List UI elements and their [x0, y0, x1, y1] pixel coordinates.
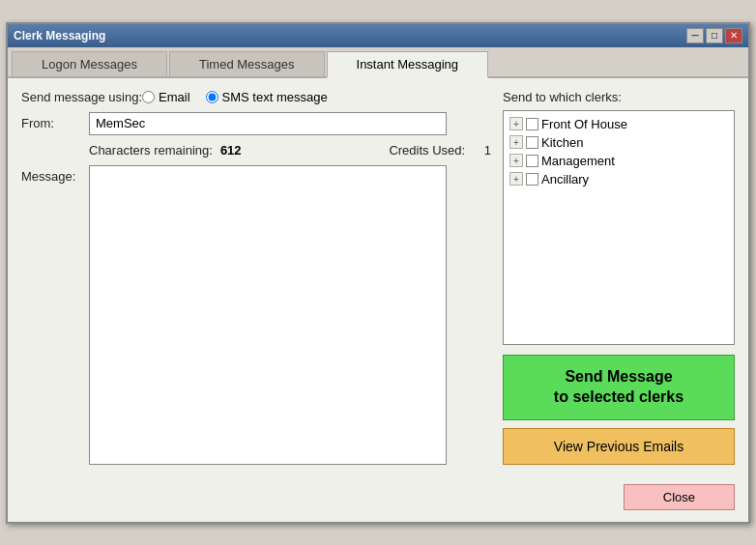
email-radio[interactable]	[142, 91, 155, 103]
tree-expander-kitchen[interactable]: +	[509, 135, 523, 149]
tree-label-ancillary: Ancillary	[541, 172, 589, 186]
tree-label-kitchen: Kitchen	[541, 135, 583, 150]
from-label: From:	[21, 116, 89, 130]
send-to-label: Send to which clerks:	[503, 90, 735, 104]
close-button[interactable]: Close	[624, 484, 735, 510]
view-previous-emails-button[interactable]: View Previous Emails	[503, 428, 735, 465]
credits-label: Credits Used:	[389, 143, 465, 158]
message-label: Message:	[21, 165, 89, 465]
right-panel: Send to which clerks: + Front Of House +…	[503, 90, 735, 465]
message-row: Message:	[21, 165, 491, 465]
tree-expander-management[interactable]: +	[509, 154, 523, 167]
send-message-button[interactable]: Send Message to selected clerks	[503, 355, 735, 420]
message-textarea[interactable]	[89, 165, 447, 465]
send-using-row: Send message using: Email SMS text messa…	[21, 90, 491, 104]
message-type-radio-group: Email SMS text message	[142, 90, 328, 104]
tree-label-front-of-house: Front Of House	[541, 117, 627, 131]
content-area: Send message using: Email SMS text messa…	[8, 78, 748, 476]
window-controls: ─ □ ✕	[686, 28, 742, 43]
tree-item-kitchen[interactable]: + Kitchen	[509, 135, 728, 150]
sms-radio-item[interactable]: SMS text message	[206, 90, 328, 104]
maximize-button[interactable]: □	[706, 28, 723, 43]
email-radio-item[interactable]: Email	[142, 90, 190, 104]
from-input[interactable]	[89, 112, 447, 135]
chars-label: Characters remaining:	[89, 143, 213, 158]
send-using-label: Send message using:	[21, 90, 142, 104]
minimize-button[interactable]: ─	[686, 28, 704, 43]
footer: Close	[8, 476, 748, 522]
tree-checkbox-kitchen[interactable]	[526, 136, 538, 149]
tree-checkbox-front-of-house[interactable]	[526, 118, 538, 130]
tree-label-management: Management	[541, 154, 615, 168]
left-panel: Send message using: Email SMS text messa…	[21, 90, 491, 465]
credits-value: 1	[484, 143, 491, 158]
tree-checkbox-ancillary[interactable]	[526, 173, 538, 186]
tab-timed-messages[interactable]: Timed Messages	[169, 51, 325, 76]
tree-checkbox-management[interactable]	[526, 155, 538, 167]
tree-item-ancillary[interactable]: + Ancillary	[509, 172, 728, 186]
chars-value: 612	[220, 143, 242, 158]
sms-radio-label: SMS text message	[222, 90, 328, 104]
title-bar: Clerk Messaging ─ □ ✕	[8, 24, 748, 47]
tab-bar: Logon Messages Timed Messages Instant Me…	[8, 47, 748, 78]
tab-logon-messages[interactable]: Logon Messages	[12, 51, 167, 76]
tree-expander-front-of-house[interactable]: +	[509, 117, 523, 130]
from-row: From:	[21, 112, 491, 135]
sms-radio[interactable]	[206, 91, 218, 103]
tree-item-management[interactable]: + Management	[509, 154, 728, 168]
tree-expander-ancillary[interactable]: +	[509, 172, 523, 186]
tab-instant-messaging[interactable]: Instant Messaging	[327, 51, 489, 78]
window-close-button[interactable]: ✕	[725, 28, 742, 43]
clerk-tree: + Front Of House + Kitchen + Management …	[503, 110, 735, 345]
chars-row: Characters remaining: 612 Credits Used: …	[21, 143, 491, 158]
email-radio-label: Email	[159, 90, 190, 104]
main-window: Clerk Messaging ─ □ ✕ Logon Messages Tim…	[6, 22, 750, 524]
window-title: Clerk Messaging	[14, 29, 105, 43]
tree-item-front-of-house[interactable]: + Front Of House	[509, 117, 728, 131]
